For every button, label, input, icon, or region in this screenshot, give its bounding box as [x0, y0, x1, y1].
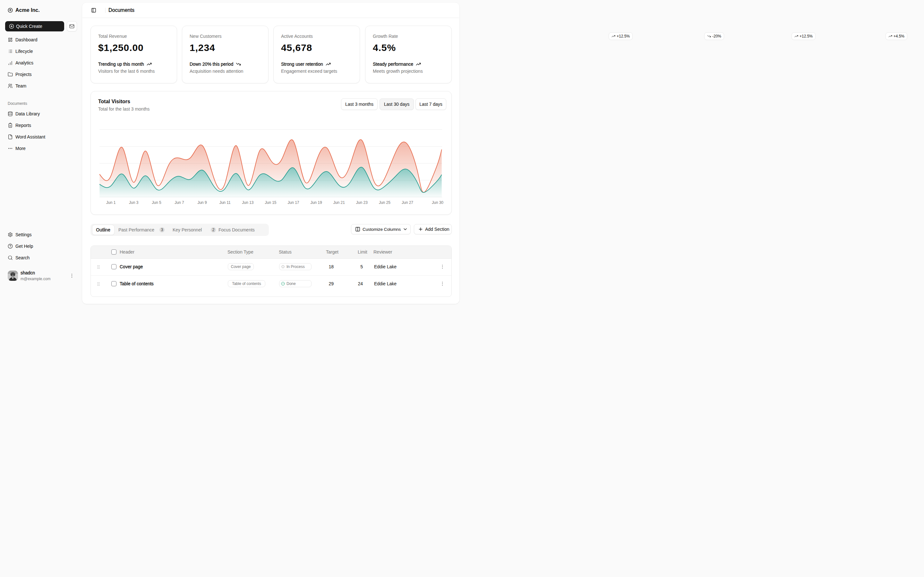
- svg-text:Jun 27: Jun 27: [402, 200, 413, 205]
- svg-text:Jun 7: Jun 7: [174, 200, 184, 205]
- svg-text:Jun 30: Jun 30: [432, 200, 443, 205]
- svg-text:Jun 13: Jun 13: [242, 200, 254, 205]
- svg-text:Jun 21: Jun 21: [333, 200, 345, 205]
- svg-text:Jun 23: Jun 23: [356, 200, 368, 205]
- svg-text:Jun 19: Jun 19: [310, 200, 322, 205]
- svg-text:Jun 3: Jun 3: [129, 200, 139, 205]
- svg-text:Jun 5: Jun 5: [152, 200, 162, 205]
- svg-text:Jun 15: Jun 15: [265, 200, 276, 205]
- svg-text:Jun 11: Jun 11: [220, 200, 231, 205]
- svg-text:Jun 1: Jun 1: [106, 200, 116, 205]
- svg-text:Jun 17: Jun 17: [288, 200, 299, 205]
- svg-text:Jun 9: Jun 9: [197, 200, 207, 205]
- svg-text:Jun 25: Jun 25: [379, 200, 391, 205]
